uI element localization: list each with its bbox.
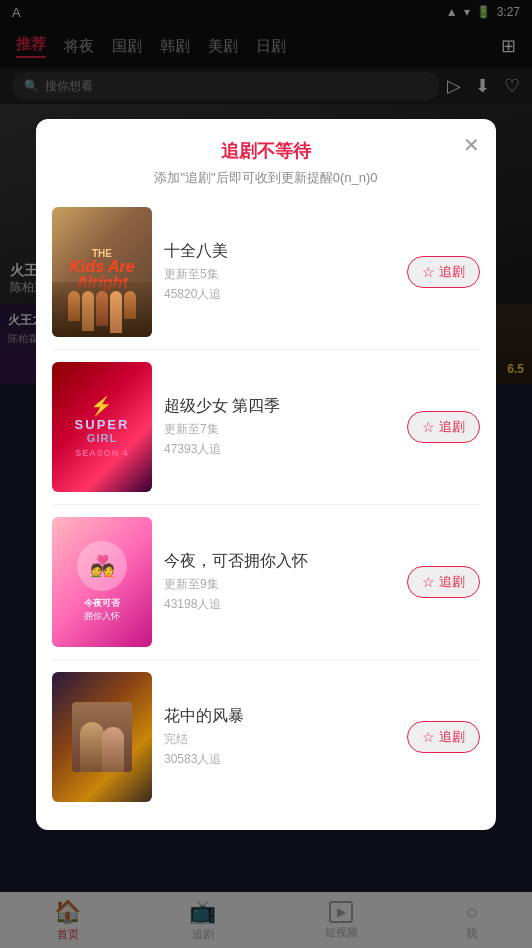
modal-overlay[interactable]: 追剧不等待 添加"追剧"后即可收到更新提醒0(n_n)0 ✕ The Kids … [0,0,532,948]
show-followers-1: 45820人追 [164,286,395,303]
follow-button-1[interactable]: ☆ 追剧 [407,256,480,288]
follow-button-3[interactable]: ☆ 追剧 [407,566,480,598]
show-followers-4: 30583人追 [164,751,395,768]
show-info-1: 十全八美 更新至5集 45820人追 [164,241,395,303]
show-item-2: ⚡ SUPER GIRL SEASON 4 超级少女 第四季 更新至7集 473… [52,350,480,505]
star-icon-3: ☆ [422,574,435,590]
show-info-3: 今夜，可否拥你入怀 更新至9集 43198人追 [164,551,395,613]
star-icon-2: ☆ [422,419,435,435]
show-info-2: 超级少女 第四季 更新至7集 47393人追 [164,396,395,458]
star-icon-1: ☆ [422,264,435,280]
follow-button-4[interactable]: ☆ 追剧 [407,721,480,753]
show-name-1: 十全八美 [164,241,395,262]
show-item-4: 花中的风暴 完结 30583人追 ☆ 追剧 [52,660,480,814]
follow-label-3: 追剧 [439,573,465,591]
follow-label-4: 追剧 [439,728,465,746]
follow-button-2[interactable]: ☆ 追剧 [407,411,480,443]
follow-modal: 追剧不等待 添加"追剧"后即可收到更新提醒0(n_n)0 ✕ The Kids … [36,119,496,830]
show-update-3: 更新至9集 [164,576,395,593]
follow-label-1: 追剧 [439,263,465,281]
show-list: The Kids AreAlright [36,195,496,830]
show-followers-2: 47393人追 [164,441,395,458]
modal-header: 追剧不等待 添加"追剧"后即可收到更新提醒0(n_n)0 ✕ [36,119,496,195]
show-followers-3: 43198人追 [164,596,395,613]
show-thumb-3: 💑 今夜可否 拥你入怀 [52,517,152,647]
show-thumb-2: ⚡ SUPER GIRL SEASON 4 [52,362,152,492]
show-name-2: 超级少女 第四季 [164,396,395,417]
star-icon-4: ☆ [422,729,435,745]
show-update-4: 完结 [164,731,395,748]
modal-subtitle: 添加"追剧"后即可收到更新提醒0(n_n)0 [56,169,476,187]
show-info-4: 花中的风暴 完结 30583人追 [164,706,395,768]
show-item-1: The Kids AreAlright [52,195,480,350]
show-update-2: 更新至7集 [164,421,395,438]
show-thumb-1: The Kids AreAlright [52,207,152,337]
modal-title: 追剧不等待 [56,139,476,163]
show-thumb-4 [52,672,152,802]
show-item-3: 💑 今夜可否 拥你入怀 今夜，可否拥你入怀 更新至9集 43198人追 ☆ 追剧 [52,505,480,660]
close-button[interactable]: ✕ [463,135,480,155]
show-update-1: 更新至5集 [164,266,395,283]
follow-label-2: 追剧 [439,418,465,436]
show-name-3: 今夜，可否拥你入怀 [164,551,395,572]
show-name-4: 花中的风暴 [164,706,395,727]
